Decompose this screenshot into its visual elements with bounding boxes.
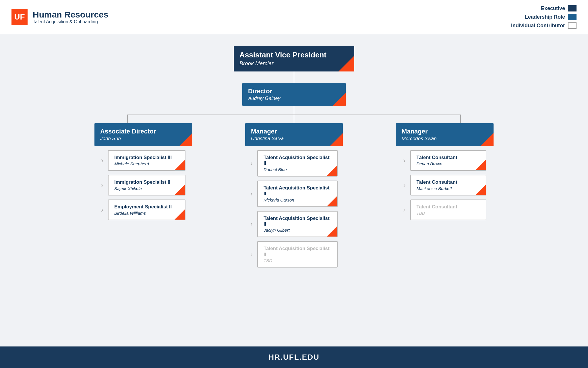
sub-item-2-2: › Talent Consultant TBD — [403, 200, 486, 220]
manager-0-title: Associate Director — [100, 128, 186, 135]
sub-branch-2: › Talent Consultant Devan Brown › Talent… — [403, 150, 486, 220]
conn-left-down — [127, 115, 128, 123]
manager-col-1: Manager Christina Salva › Talent Acquisi… — [222, 123, 366, 268]
ind-0-0-tri — [175, 160, 185, 170]
sub-lines-0: › Immigration Specialist III Michele She… — [101, 150, 185, 220]
manager-col-2: Manager Mercedes Swan › Talent Consultan… — [373, 123, 517, 268]
director-triangle — [333, 93, 346, 106]
arrow-1-0: › — [250, 159, 253, 167]
ind-1-3-title: Talent Acquisition Specialist II — [264, 246, 331, 257]
manager-card-2: Manager Mercedes Swan — [396, 123, 494, 146]
individual-card-0-0: Immigration Specialist III Michele Sheph… — [108, 150, 185, 171]
arrow-0-1: › — [101, 181, 103, 189]
ind-2-1-tri — [475, 185, 486, 195]
individual-card-1-2: Talent Acquisition Specialist II Jaclyn … — [257, 211, 338, 237]
ind-1-1-tri — [327, 196, 337, 206]
ind-0-0-name: Michele Shepherd — [114, 161, 179, 166]
ind-2-0-name: Devan Brown — [417, 161, 480, 166]
legend-individual: Individual Contributor — [511, 22, 577, 29]
ind-0-0-title: Immigration Specialist III — [114, 155, 179, 160]
ind-2-0-tri — [475, 160, 486, 170]
ind-0-1-tri — [175, 185, 185, 195]
sub-item-2-1: › Talent Consultant Mackenzie Burkett — [403, 175, 486, 195]
avp-title: Assistant Vice President — [239, 51, 349, 59]
ind-2-2-name: TBD — [417, 211, 480, 216]
individual-card-0-2: Employment Specialist II Birdella Willia… — [108, 200, 185, 220]
manager-2-title: Manager — [402, 128, 488, 135]
sub-item-1-1: › Talent Acquisition Specialist II Nicka… — [250, 181, 338, 207]
ind-2-2-title: Talent Consultant — [417, 204, 480, 210]
ind-0-1-title: Immigration Specialist II — [114, 179, 179, 185]
manager-1-name: Christina Salva — [251, 136, 337, 142]
ind-1-0-tri — [327, 166, 337, 176]
manager-2-name: Mercedes Swan — [402, 136, 488, 142]
ind-2-1-title: Talent Consultant — [417, 179, 480, 185]
org-title-sub: Talent Acquisition & Onboarding — [33, 19, 108, 24]
sub-branch-0: › Immigration Specialist III Michele She… — [101, 150, 185, 220]
individual-card-2-1: Talent Consultant Mackenzie Burkett — [410, 175, 486, 195]
arrow-0-0: › — [101, 156, 103, 164]
conn-mid-down — [294, 115, 294, 123]
ind-1-0-name: Rachel Blue — [264, 167, 331, 172]
footer: HR.UFL.EDU — [0, 346, 588, 368]
arrow-2-2: › — [403, 206, 406, 214]
manager-2-triangle — [481, 133, 494, 146]
individual-card-0-1: Immigration Specialist II Sajmir Xhikola — [108, 175, 185, 195]
avp-triangle — [339, 56, 354, 71]
uf-logo: UF — [11, 9, 28, 25]
org-title-main: Human Resources — [33, 10, 108, 19]
arrow-2-1: › — [403, 181, 406, 189]
ind-1-1-name: Nickaria Carson — [264, 197, 331, 202]
ind-1-2-tri — [327, 226, 337, 237]
sub-item-1-0: › Talent Acquisition Specialist II Rache… — [250, 150, 338, 177]
individual-card-1-3: Talent Acquisition Specialist II TBD — [257, 241, 338, 268]
sub-item-0-2: › Employment Specialist II Birdella Will… — [101, 200, 185, 220]
ind-1-2-title: Talent Acquisition Specialist II — [264, 216, 331, 227]
ind-1-2-name: Jaclyn Gilbert — [264, 228, 331, 233]
legend-leadership-label: Leadership Role — [525, 14, 565, 20]
sub-item-0-0: › Immigration Specialist III Michele She… — [101, 150, 185, 171]
director-card: Director Audrey Gainey — [242, 83, 346, 106]
manager-0-name: John Sun — [100, 136, 186, 142]
arrow-1-2: › — [250, 220, 253, 228]
sub-item-1-2: › Talent Acquisition Specialist II Jacly… — [250, 211, 338, 237]
avp-card: Assistant Vice President Brook Mercier — [234, 46, 354, 71]
logo-area: UF Human Resources Talent Acquisition & … — [11, 9, 108, 25]
ind-0-1-name: Sajmir Xhikola — [114, 186, 179, 191]
sub-lines-1: › Talent Acquisition Specialist II Rache… — [250, 150, 338, 268]
ind-0-2-name: Birdella Williams — [114, 211, 179, 216]
ind-0-2-title: Employment Specialist II — [114, 204, 179, 210]
manager-1-title: Manager — [251, 128, 337, 135]
managers-row: Associate Director John Sun › Immigratio… — [71, 123, 517, 268]
individual-card-2-0: Talent Consultant Devan Brown — [410, 150, 486, 171]
legend-individual-label: Individual Contributor — [511, 23, 565, 29]
manager-1-triangle — [330, 133, 343, 146]
ind-1-3-name: TBD — [264, 258, 331, 263]
ind-2-1-name: Mackenzie Burkett — [417, 186, 480, 191]
legend-executive: Executive — [541, 5, 577, 11]
conn-right-down — [460, 115, 461, 123]
sub-item-1-3: › Talent Acquisition Specialist II TBD — [250, 241, 338, 268]
legend-leadership-box — [568, 14, 577, 20]
legend: Executive Leadership Role Individual Con… — [511, 5, 577, 29]
individual-card-2-2: Talent Consultant TBD — [410, 200, 486, 220]
arrow-1-1: › — [250, 190, 253, 198]
manager-0-triangle — [179, 133, 192, 146]
ind-0-2-tri — [175, 209, 185, 220]
individual-card-1-0: Talent Acquisition Specialist II Rachel … — [257, 150, 338, 177]
ind-1-0-title: Talent Acquisition Specialist II — [264, 155, 331, 166]
manager-col-0: Associate Director John Sun › Immigratio… — [71, 123, 215, 268]
director-title: Director — [248, 88, 340, 95]
ind-1-1-title: Talent Acquisition Specialist II — [264, 185, 331, 197]
sub-item-0-1: › Immigration Specialist II Sajmir Xhiko… — [101, 175, 185, 195]
main-content: Assistant Vice President Brook Mercier D… — [0, 34, 588, 346]
sub-branch-1: › Talent Acquisition Specialist II Rache… — [250, 150, 338, 268]
legend-leadership: Leadership Role — [525, 14, 577, 20]
connector-avp-director — [294, 71, 294, 83]
header: UF Human Resources Talent Acquisition & … — [0, 0, 588, 34]
legend-executive-box — [568, 5, 577, 11]
conn-top-line — [294, 106, 294, 115]
org-chart: Assistant Vice President Brook Mercier D… — [11, 46, 577, 268]
ind-2-0-title: Talent Consultant — [417, 155, 480, 160]
director-name: Audrey Gainey — [248, 96, 340, 101]
